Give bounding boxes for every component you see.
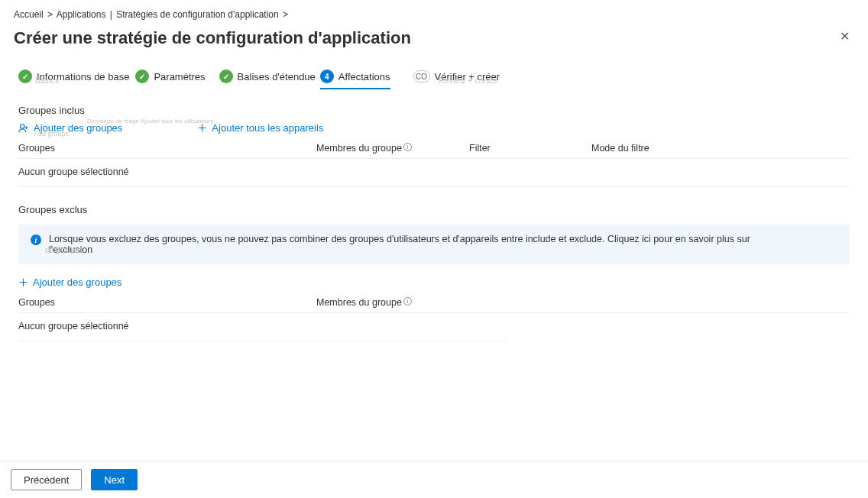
info-icon[interactable]: i [403, 297, 412, 306]
excluded-groups-heading: Groupes exclus [18, 204, 850, 215]
tab-settings-label: Paramètres [154, 71, 205, 82]
breadcrumb-sep: > [47, 9, 53, 20]
col-groups-excl: Groupes [18, 297, 316, 308]
page-title: Créer une stratégie de configuration d'a… [14, 28, 411, 48]
add-all-users-ghost: Demande de tirage Ajouter tous les utili… [87, 118, 213, 124]
tab-review[interactable]: CO Vérifier + créer Review + create [413, 70, 500, 90]
add-excluded-groups-button[interactable]: Ajouter des groupes [18, 276, 121, 288]
previous-button[interactable]: Précédent [11, 469, 82, 490]
check-icon [135, 70, 149, 83]
add-person-icon [18, 123, 29, 134]
breadcrumb-apps[interactable]: Applications [57, 9, 106, 20]
col-members-excl: Membres du groupei [316, 297, 515, 308]
wizard-tabs: Informations de base Basics Paramètres B… [0, 53, 868, 91]
add-groups-ghost: Add groups [34, 130, 69, 137]
tab-settings[interactable]: Paramètres [135, 70, 205, 91]
excluded-table-header: Groupes Membres du groupei [18, 296, 850, 313]
add-groups-button[interactable]: Ajouter des groupes Demande de tirage Aj… [18, 122, 122, 134]
breadcrumb: Accueil > Applications | Stratégies de c… [0, 6, 868, 20]
col-filter: Filter [469, 143, 591, 154]
tab-basics[interactable]: Informations de base Basics [18, 70, 129, 91]
included-groups-heading: Groupes inclus [18, 105, 850, 116]
exclusion-info-banner: i Lorsque vous excluez des groupes, vous… [18, 225, 850, 264]
check-icon [219, 70, 233, 83]
tab-assignments[interactable]: 4 Affectations [320, 70, 390, 91]
svg-point-0 [21, 124, 24, 128]
check-icon [18, 70, 32, 83]
col-groups: Groupes [18, 143, 316, 154]
info-icon[interactable]: i [403, 143, 412, 151]
breadcrumb-tail: > [283, 9, 288, 20]
add-excluded-groups-label: Ajouter des groupes [33, 276, 121, 288]
add-all-devices-label: Ajouter tous les appareils [212, 122, 323, 134]
tab-review-ghost: Review + create [439, 76, 497, 85]
breadcrumb-policies[interactable]: Stratégies de configuration d'applicatio… [116, 9, 278, 20]
tab-assignments-label: Affectations [338, 71, 390, 82]
breadcrumb-home[interactable]: Accueil [14, 9, 44, 20]
breadcrumb-mid: | [110, 9, 112, 20]
info-icon: i [31, 234, 41, 245]
tab-basics-ghost: Basics [35, 76, 59, 85]
excluded-empty-row: Aucun groupe sélectionné [18, 313, 507, 341]
wizard-footer: Précédent Next [0, 461, 868, 498]
exclusion-info-text: Lorsque vous excluez des groupes, vous n… [49, 234, 750, 255]
plus-icon [18, 277, 28, 287]
included-actions: Ajouter des groupes Demande de tirage Aj… [18, 122, 850, 134]
excluded-actions: Ajouter des groupes [18, 276, 850, 288]
add-all-devices-button[interactable]: Ajouter tous les appareils [197, 122, 323, 134]
tab-scope-label: Balises d'étendue [238, 71, 316, 82]
close-icon[interactable]: ✕ [835, 24, 854, 48]
included-table-header: Groupes Membres du groupei Filter Mode d… [18, 141, 850, 159]
step-code-badge: CO [413, 70, 430, 82]
step-number-icon: 4 [320, 70, 334, 83]
next-button[interactable]: Next [91, 469, 138, 490]
tab-scope-tags[interactable]: Balises d'étendue [219, 70, 316, 91]
plus-icon [197, 123, 207, 133]
included-empty-row: Aucun groupe sélectionné [18, 159, 850, 187]
col-members: Membres du groupei [316, 143, 469, 154]
exclusion-info-ghost: de groupes. [45, 246, 86, 254]
col-filter-mode: Mode du filtre [591, 143, 744, 154]
